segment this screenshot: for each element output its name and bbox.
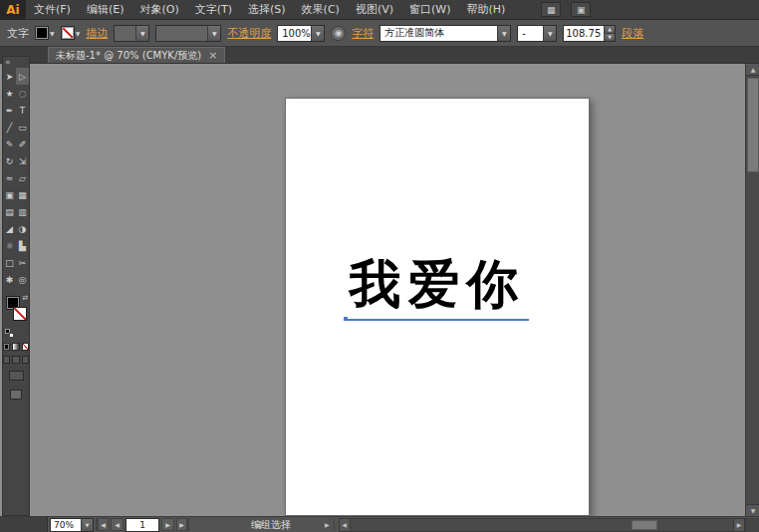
stroke-panel-link[interactable]: 描边 (86, 26, 108, 41)
chevron-down-icon[interactable]: ▼ (76, 30, 81, 37)
draw-normal-button[interactable] (3, 356, 10, 364)
opacity-panel-link[interactable]: 不透明度 (227, 26, 271, 41)
color-button[interactable] (3, 343, 10, 351)
type-tool[interactable]: T (16, 102, 29, 119)
pen-tool[interactable]: ✒ (3, 102, 16, 119)
artboard-tool[interactable]: □ (3, 254, 16, 271)
magic-wand-tool[interactable]: ★ (3, 85, 16, 102)
first-artboard-button[interactable]: ◀ (96, 518, 109, 531)
previous-artboard-button[interactable]: ◀ (111, 518, 124, 531)
artboard-number-field[interactable]: 1 (126, 518, 159, 532)
font-family-select[interactable]: 方正准圆简体 ▼ (380, 25, 511, 42)
blend-tool[interactable]: ◑ (16, 220, 29, 237)
scroll-right-icon[interactable]: ▶ (733, 518, 745, 532)
document-tab[interactable]: 未标题-1* @ 70% (CMYK/预览) × (48, 47, 225, 63)
hand-tool[interactable]: ✱ (3, 271, 16, 288)
scale-tool[interactable]: ⇲ (16, 152, 29, 169)
character-panel-link[interactable]: 字符 (352, 26, 374, 41)
arrange-documents-icon[interactable]: ▦ (541, 2, 561, 17)
document-info-icon[interactable] (10, 390, 22, 399)
rotate-tool[interactable]: ↻ (3, 152, 16, 169)
menu-file[interactable]: 文件(F) (26, 0, 79, 20)
symbol-sprayer-tool[interactable]: ☼ (3, 237, 16, 254)
next-artboard-button[interactable]: ▶ (161, 518, 174, 531)
recolor-artwork-icon[interactable]: ◉ (331, 26, 346, 41)
vertical-scroll-thumb[interactable] (747, 78, 759, 172)
default-fill-stroke-icon[interactable] (5, 329, 14, 338)
stroke-color-control[interactable]: ▼ (61, 26, 81, 40)
illustrator-window: Ai 文件(F) 编辑(E) 对象(O) 文字(T) 选择(S) 效果(C) 视… (0, 0, 759, 532)
line-segment-tool[interactable]: ╱ (3, 119, 16, 135)
fill-color-control[interactable]: ▼ (35, 26, 55, 40)
gradient-button[interactable] (12, 343, 19, 351)
paintbrush-tool[interactable]: ✎ (3, 135, 16, 152)
perspective-grid-tool[interactable]: ▦ (16, 186, 29, 203)
gradient-tool[interactable]: ▥ (16, 203, 29, 220)
zoom-select[interactable]: 70% ▼ (50, 518, 94, 532)
slice-tool[interactable]: ✂ (16, 254, 29, 271)
text-anchor-point[interactable] (344, 317, 348, 321)
font-style-select[interactable]: - ▼ (517, 25, 557, 42)
stroke-color-indicator[interactable] (13, 307, 27, 321)
chevron-down-icon[interactable]: ▼ (135, 26, 148, 41)
shape-builder-tool[interactable]: ▣ (3, 186, 16, 203)
paragraph-panel-link[interactable]: 段落 (622, 26, 643, 41)
eyedropper-tool[interactable]: ◢ (3, 220, 16, 237)
mesh-tool[interactable]: ▤ (3, 203, 16, 220)
width-tool[interactable]: ≈ (3, 169, 16, 186)
font-size-stepper[interactable]: 108.75 ▲ ▼ (563, 25, 616, 42)
stroke-weight-select[interactable]: ▼ (114, 25, 149, 42)
pencil-tool[interactable]: ✐ (16, 135, 29, 152)
menu-edit[interactable]: 编辑(E) (79, 0, 132, 20)
step-down-icon[interactable]: ▼ (604, 34, 615, 41)
horizontal-scroll-thumb[interactable] (632, 520, 657, 530)
chevron-down-icon[interactable]: ▼ (207, 26, 220, 41)
status-bar: 70% ▼ ◀ ◀ 1 ▶ ▶ 编组选择 ▶ ◀ ▶ (0, 516, 759, 532)
free-transform-tool[interactable]: ▱ (16, 169, 29, 186)
workspace-switcher-icon[interactable]: ▣ (571, 2, 591, 17)
scroll-down-icon[interactable]: ▼ (746, 504, 759, 516)
chevron-down-icon[interactable]: ▼ (543, 26, 556, 41)
chevron-down-icon[interactable]: ▼ (81, 519, 93, 531)
font-size-arrows[interactable]: ▲ ▼ (604, 26, 615, 41)
menu-type[interactable]: 文字(T) (187, 0, 240, 20)
chevron-down-icon[interactable]: ▼ (311, 26, 324, 41)
status-flyout-icon[interactable]: ▶ (325, 521, 330, 528)
draw-behind-button[interactable] (12, 356, 19, 364)
opacity-select[interactable]: 100% ▼ (277, 25, 325, 42)
swap-fill-stroke-icon[interactable]: ⇄ (22, 294, 28, 302)
variable-width-profile-select[interactable]: ▼ (155, 25, 221, 42)
menu-window[interactable]: 窗口(W) (401, 0, 458, 20)
fill-color-swatch[interactable] (35, 26, 49, 40)
status-text: 编组选择 (251, 518, 291, 532)
screen-mode-button[interactable] (9, 371, 24, 381)
none-button[interactable] (22, 343, 29, 351)
scroll-left-icon[interactable]: ◀ (339, 518, 351, 532)
step-up-icon[interactable]: ▲ (604, 26, 615, 34)
menu-object[interactable]: 对象(O) (131, 0, 186, 20)
draw-inside-button[interactable] (22, 356, 29, 364)
menu-bar: Ai 文件(F) 编辑(E) 对象(O) 文字(T) 选择(S) 效果(C) 视… (0, 0, 759, 20)
menu-select[interactable]: 选择(S) (240, 0, 294, 20)
menu-effect[interactable]: 效果(C) (294, 0, 348, 20)
scroll-up-icon[interactable]: ▲ (746, 64, 759, 76)
selection-tool[interactable]: ➤ (3, 68, 16, 85)
lasso-tool[interactable]: ◌ (16, 85, 29, 102)
horizontal-scrollbar[interactable] (351, 518, 733, 532)
stroke-color-swatch[interactable] (61, 26, 75, 40)
menu-help[interactable]: 帮助(H) (458, 0, 513, 20)
artboard[interactable]: 我爱你 (285, 98, 590, 516)
zoom-tool[interactable]: ◎ (16, 271, 29, 288)
rectangle-tool[interactable]: ▭ (16, 119, 29, 135)
vertical-scrollbar[interactable]: ▲ ▼ (745, 64, 759, 516)
menu-view[interactable]: 视图(V) (348, 0, 401, 20)
direct-selection-tool[interactable]: ▷ (16, 68, 29, 85)
artboard-text[interactable]: 我爱你 (286, 256, 589, 313)
tools-panel-collapse-icon[interactable]: « (3, 57, 29, 68)
chevron-down-icon[interactable]: ▼ (50, 30, 55, 37)
chevron-down-icon[interactable]: ▼ (497, 26, 510, 41)
last-artboard-button[interactable]: ▶ (176, 518, 189, 531)
canvas-area[interactable]: 我爱你 (30, 64, 745, 516)
graph-tool[interactable]: ▙ (16, 237, 29, 254)
close-icon[interactable]: × (208, 50, 217, 61)
